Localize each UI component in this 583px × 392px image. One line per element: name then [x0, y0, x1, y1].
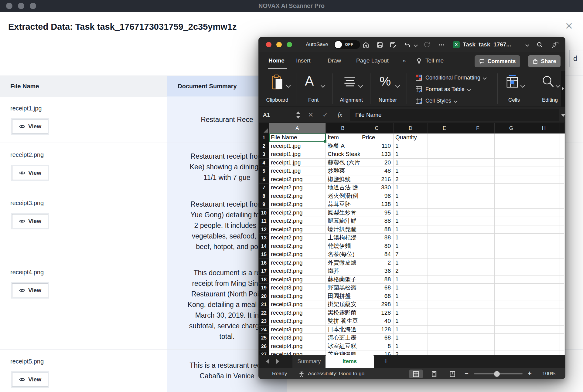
insert-function-icon[interactable]: fx: [338, 107, 342, 123]
grid-cell[interactable]: receipt3.png: [269, 292, 326, 301]
grid-cell[interactable]: [495, 200, 528, 209]
grid-cell[interactable]: 1: [394, 234, 428, 242]
column-header[interactable]: [560, 123, 564, 133]
grid-cell[interactable]: Price: [360, 133, 394, 142]
excel-minimize-light[interactable]: [276, 42, 282, 47]
grid-cell[interactable]: [495, 242, 528, 251]
row-header[interactable]: 27: [259, 350, 269, 355]
grid-cell[interactable]: receipt2.png: [269, 209, 326, 217]
row-header[interactable]: 19: [259, 284, 269, 292]
confirm-entry-icon[interactable]: ✓: [322, 107, 328, 123]
grid-cell[interactable]: [495, 334, 528, 342]
clipboard-group-label[interactable]: Clipboard: [266, 97, 288, 103]
grid-cell[interactable]: Quantity: [394, 133, 428, 142]
grid-cell[interactable]: 芝麻糊湯圓: [326, 350, 360, 355]
grid-cell[interactable]: 1: [394, 184, 428, 192]
grid-cell[interactable]: [528, 167, 560, 175]
save-icon[interactable]: [376, 41, 384, 49]
grid-cell[interactable]: receipt2.png: [269, 259, 326, 267]
grid-cell[interactable]: [495, 133, 528, 142]
grid-cell[interactable]: [560, 200, 564, 209]
select-all-corner[interactable]: [259, 123, 269, 133]
prev-sheet-icon[interactable]: [266, 359, 269, 364]
view-button[interactable]: View: [12, 166, 48, 180]
grid-cell[interactable]: 1: [394, 159, 428, 167]
grid-cell[interactable]: 7: [394, 250, 428, 259]
grid-cell[interactable]: [461, 209, 495, 217]
row-header[interactable]: 18: [259, 275, 269, 284]
column-header[interactable]: B: [326, 123, 360, 133]
grid-cell[interactable]: [560, 292, 564, 301]
save-as-icon[interactable]: [390, 41, 397, 49]
grid-cell[interactable]: [461, 292, 495, 301]
grid-cell[interactable]: [528, 300, 560, 309]
grid-cell[interactable]: [560, 267, 564, 275]
grid-cell[interactable]: Chuck Steak: [326, 150, 360, 159]
grid-cell[interactable]: [495, 342, 528, 351]
grid-cell[interactable]: 2: [394, 267, 428, 275]
grid-cell[interactable]: 1: [394, 200, 428, 209]
grid-cell[interactable]: 88: [360, 217, 394, 225]
more-commands-icon[interactable]: [438, 41, 445, 49]
grid-cell[interactable]: [428, 150, 461, 159]
name-box[interactable]: A1: [263, 107, 270, 123]
grid-cell[interactable]: [528, 200, 560, 209]
grid-cell[interactable]: [461, 317, 495, 326]
grid-cell[interactable]: receipt3.png: [269, 300, 326, 309]
column-header[interactable]: H: [528, 123, 560, 133]
grid-cell[interactable]: [528, 133, 560, 142]
grid-cell[interactable]: 40: [360, 317, 394, 326]
grid-cell[interactable]: [428, 267, 461, 275]
grid-cell[interactable]: [495, 275, 528, 284]
grid-cell[interactable]: 1: [394, 242, 428, 251]
grid-cell[interactable]: 黑松露野菌: [326, 309, 360, 317]
grid-cell[interactable]: 1: [394, 309, 428, 317]
sheet-tab-items[interactable]: Items: [326, 355, 374, 368]
grid-cell[interactable]: [461, 133, 495, 142]
grid-cell[interactable]: [495, 317, 528, 326]
grid-cell[interactable]: 流心芝士墨: [326, 334, 360, 342]
view-button[interactable]: View: [12, 373, 48, 387]
grid-cell[interactable]: [428, 133, 461, 142]
grid-cell[interactable]: [528, 275, 560, 284]
grid-cell[interactable]: 掛架頂級安: [326, 300, 360, 309]
share-contact-icon[interactable]: [551, 41, 559, 49]
tab-insert[interactable]: Insert: [296, 52, 311, 71]
conditional-formatting-button[interactable]: Conditional Formatting: [415, 72, 486, 83]
zoom-slider-knob[interactable]: [494, 371, 500, 377]
row-header[interactable]: 11: [259, 217, 269, 225]
grid-cell[interactable]: [528, 250, 560, 259]
grid-cell[interactable]: [495, 175, 528, 184]
grid-cell[interactable]: [560, 175, 564, 184]
grid-cell[interactable]: [428, 225, 461, 234]
grid-cell[interactable]: 8: [360, 342, 394, 351]
grid-cell[interactable]: [495, 326, 528, 334]
page-break-view-button[interactable]: [446, 370, 459, 378]
grid-cell[interactable]: [428, 192, 461, 201]
grid-cell[interactable]: 老火例湯(例: [326, 192, 360, 201]
editing-chevron-icon[interactable]: [556, 83, 561, 88]
grid-cell[interactable]: 1: [394, 317, 428, 326]
grid-cell[interactable]: [560, 133, 564, 142]
grid-cell[interactable]: [495, 142, 528, 150]
accessibility-status[interactable]: Accessibility: Good to go: [308, 368, 364, 379]
grid-cell[interactable]: 晚餐 A: [326, 142, 360, 150]
grid-cell[interactable]: [461, 267, 495, 275]
grid-cell[interactable]: [560, 192, 564, 201]
grid-cell[interactable]: [428, 175, 461, 184]
font-icon[interactable]: A: [305, 73, 314, 89]
grid-cell[interactable]: receipt2.png: [269, 217, 326, 225]
grid-cell[interactable]: [428, 234, 461, 242]
font-group-label[interactable]: Font: [308, 97, 319, 103]
grid-cell[interactable]: [495, 292, 528, 301]
grid-cell[interactable]: receipt2.png: [269, 242, 326, 251]
grid-cell[interactable]: 128: [360, 326, 394, 334]
zoom-in-button[interactable]: +: [528, 368, 532, 379]
grid-cell[interactable]: [428, 326, 461, 334]
grid-cell[interactable]: [560, 242, 564, 251]
grid-cell[interactable]: [528, 317, 560, 326]
grid-cell[interactable]: 36: [360, 267, 394, 275]
grid-cell[interactable]: [560, 250, 564, 259]
row-header[interactable]: 5: [259, 167, 269, 175]
grid-cell[interactable]: [428, 200, 461, 209]
